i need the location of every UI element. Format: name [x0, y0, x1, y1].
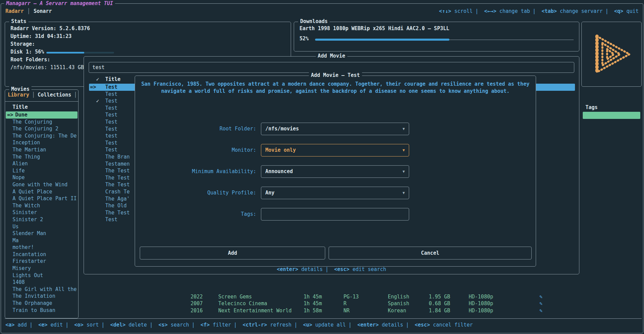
movies-column-header: Title: [13, 104, 28, 110]
movie-title: Alien: [6, 160, 77, 167]
root-folders-label: Root Folders:: [10, 57, 50, 63]
movie-title: Inception: [6, 139, 77, 146]
field-value-select[interactable]: /nfs/movies ▼: [261, 123, 409, 135]
add-movie-detail-modal: Add Movie — Test San Francisco, 1985. Tw…: [135, 76, 536, 267]
library-table-row[interactable]: 2022 Screen Gems 1h 45m PG-13 English 1.…: [81, 293, 642, 300]
movie-title: The Girl with All the: [6, 286, 77, 293]
movie-list-item[interactable]: Train to Busan: [6, 307, 77, 314]
movie-certification: PG-13: [343, 293, 359, 300]
movie-search-input[interactable]: [89, 62, 574, 73]
result-title: Testamen: [105, 161, 130, 168]
movie-list-item[interactable]: Firestarter: [6, 258, 77, 265]
uptime-line: Uptime: 31d 04:31:23: [10, 33, 72, 39]
movie-runtime: 1h 45m: [304, 293, 322, 300]
movie-list-item[interactable]: The Witch: [6, 202, 77, 209]
movie-list-item[interactable]: The Conjuring: [6, 119, 77, 126]
movie-title: Sinister: [6, 209, 77, 216]
title-column-header: Title: [105, 76, 120, 82]
keybind-hint: <enter>details|: [277, 266, 331, 272]
movie-list-item[interactable]: mother!: [6, 244, 77, 251]
chevron-down-icon: ▼: [402, 144, 405, 156]
download-progress-bar: [315, 39, 574, 41]
form-field-row: Root Folder: /nfs/movies ▼: [135, 123, 536, 135]
library-table-row[interactable]: 2007 Telecinco Cinema 1h 45m R Spanish 0…: [81, 300, 642, 307]
tab-divider-icon: │: [27, 8, 30, 14]
movie-title: Slender Man: [6, 230, 77, 237]
add-button[interactable]: Add: [140, 247, 325, 259]
library-table-rows: 2022 Screen Gems 1h 45m PG-13 English 1.…: [81, 293, 642, 314]
tab-collections[interactable]: Collections: [38, 92, 71, 98]
movie-list-item[interactable]: The Orphanage: [6, 300, 77, 307]
keybind-hint: <esc>edit search|: [334, 266, 386, 272]
downloads-panel-title: Downloads: [298, 18, 330, 24]
movie-list-item[interactable]: Sinister: [6, 209, 77, 216]
movie-list-item[interactable]: Inception: [6, 139, 77, 146]
movie-title: The Martian: [6, 146, 77, 153]
tab-radarr[interactable]: Radarr: [5, 8, 24, 14]
movie-quality: HD-1080p: [469, 300, 493, 307]
tab-sonarr[interactable]: Sonarr: [34, 8, 52, 14]
root-folder-entry: /nfs/movies: 11511.43 GB: [10, 64, 84, 70]
keybind-hint: <ctrl-r>refresh|: [243, 322, 300, 328]
movie-year: 2016: [191, 307, 203, 314]
movie-list-item[interactable]: Ma: [6, 237, 77, 244]
result-title: The Test: [105, 167, 130, 174]
movie-list-item[interactable]: The Thing: [6, 153, 77, 161]
movie-list-item[interactable]: Us: [6, 223, 77, 230]
keybind-hint: <e>edit|: [38, 322, 71, 328]
tab-library[interactable]: Library: [8, 92, 29, 98]
movie-list-item[interactable]: Lights Out: [6, 272, 77, 279]
movie-title: Us: [6, 223, 77, 230]
result-title: Test: [105, 98, 117, 105]
disk-percent: 56%: [35, 49, 44, 55]
keybind-hint: <↑↓>scroll|: [439, 8, 481, 14]
add-movie-modal-title: Add Movie: [316, 53, 347, 59]
field-value-select[interactable]: Movie only ▼: [261, 144, 409, 156]
movie-list-item[interactable]: Gone with the Wind: [6, 181, 77, 188]
movie-list-item[interactable]: The Conjuring: The De: [6, 132, 77, 140]
movie-list-item[interactable]: Sinister 2: [6, 216, 77, 223]
movie-list-item[interactable]: The Girl with All the: [6, 286, 77, 293]
tab-divider-icon: │: [74, 92, 77, 98]
movie-list-item[interactable]: Slender Man: [6, 230, 77, 237]
movie-list-item[interactable]: The Martian: [6, 146, 77, 153]
movie-title: A Quiet Place Part II: [6, 195, 77, 202]
field-label: Minimum Availability:: [135, 165, 256, 178]
field-value-select[interactable]: Any ▼: [261, 187, 409, 199]
movie-title: The Conjuring: The De: [6, 132, 77, 140]
movie-studio: Telecinco Cinema: [218, 300, 267, 307]
tags-column-header: Tags: [585, 104, 598, 110]
field-value-select[interactable]: Announced ▼: [261, 165, 409, 178]
movie-list-item[interactable]: Alien: [6, 160, 77, 167]
field-value-select[interactable]: ▼: [261, 208, 409, 221]
keybind-hint: <tab>change servarr|: [541, 8, 611, 14]
field-value: Any: [265, 190, 274, 196]
movie-title: Lights Out: [6, 272, 77, 279]
movie-list-item[interactable]: Life: [6, 167, 77, 174]
movie-list-item[interactable]: => Dune: [6, 111, 77, 119]
movie-list-item[interactable]: The Invitation: [6, 293, 77, 300]
movie-list-item[interactable]: 1408: [6, 279, 77, 286]
movie-list-item[interactable]: Incantation: [6, 251, 77, 258]
movies-list: => Dune The Conjuring The Conjuring 2 Th…: [6, 111, 77, 314]
result-title: The Test: [105, 174, 130, 182]
header-keybinds: <↑↓>scroll| <←→>change tab| <tab>change …: [439, 8, 639, 14]
result-title: Test: [105, 84, 117, 91]
disk-progress-bar: [46, 52, 114, 54]
movie-list-item[interactable]: A Quiet Place Part II: [6, 195, 77, 202]
library-table-row[interactable]: 2016 Next Entertainment World 1h 58m NR …: [81, 307, 642, 314]
movie-list-item[interactable]: Nope: [6, 174, 77, 181]
field-label: Root Folder:: [135, 123, 256, 135]
movie-list-item[interactable]: Misery: [6, 265, 77, 272]
disk-usage-line: Disk 1: 56%: [10, 49, 44, 55]
chevron-down-icon: ▼: [402, 166, 405, 178]
result-title: The Old: [105, 202, 127, 209]
movie-list-item[interactable]: A Quiet Place: [6, 188, 77, 195]
cancel-button[interactable]: Cancel: [329, 247, 532, 259]
movies-tabbar: Library│Collections│: [8, 92, 80, 98]
movie-overview: San Francisco, 1985. Two opposites attra…: [140, 81, 530, 95]
selection-arrow-icon: =>: [90, 84, 96, 91]
logo-panel: [581, 22, 642, 87]
movie-list-item[interactable]: The Conjuring 2: [6, 125, 77, 132]
keybind-hint: <a>add|: [5, 322, 35, 328]
